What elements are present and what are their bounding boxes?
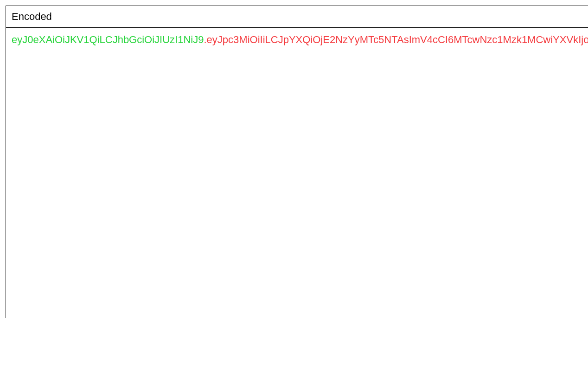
encoded-payload-segment: eyJpc3MiOiIiLCJpYXQiOjE2NzYyMTc5NTAsImV4… <box>207 34 588 45</box>
encoded-text: eyJ0eXAiOiJKV1QiLCJhbGciOiJIUzI1NiJ9.eyJ… <box>12 32 588 47</box>
jwt-table: Encoded Decoded Parts eyJ0eXAiOiJKV1QiLC… <box>6 6 588 318</box>
header-encoded: Encoded <box>6 6 588 28</box>
encoded-header-segment: eyJ0eXAiOiJKV1QiLCJhbGciOiJIUzI1NiJ9 <box>12 34 204 45</box>
encoded-cell: eyJ0eXAiOiJKV1QiLCJhbGciOiJIUzI1NiJ9.eyJ… <box>6 28 588 318</box>
